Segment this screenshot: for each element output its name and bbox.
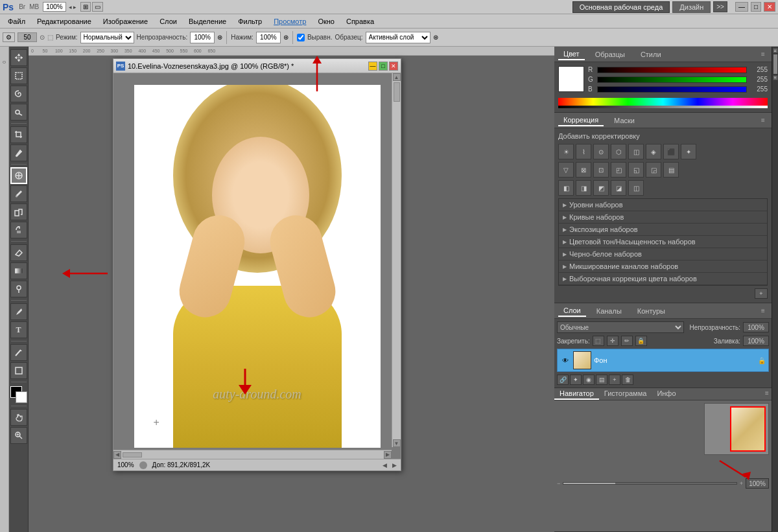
selective-item[interactable]: ▶ Выборочная коррекция цвета наборов [559, 273, 767, 285]
crop-tool[interactable] [10, 126, 27, 143]
navigator-panel-collapse[interactable]: ≡ [762, 388, 772, 397]
link-layers-btn[interactable]: 🔗 [557, 375, 569, 385]
menu-file[interactable]: Файл [3, 16, 30, 27]
doc-scrollbar-h[interactable]: ◀ ▶ [113, 450, 392, 459]
maximize-app-button[interactable]: □ [751, 2, 761, 12]
menu-layers[interactable]: Слои [154, 16, 182, 27]
lock-check-btn[interactable]: ⬚ [593, 336, 604, 346]
lock-all-btn[interactable]: 🔒 [635, 336, 647, 346]
mask-icon[interactable]: ◩ [593, 180, 609, 196]
menu-filter[interactable]: Фильтр [233, 16, 267, 27]
shape-tool[interactable] [10, 362, 27, 379]
photo-filter-icon[interactable]: ✦ [681, 144, 696, 159]
eyedropper-tool[interactable] [10, 145, 27, 161]
add-mask-btn[interactable]: ◉ [583, 375, 595, 385]
opacity-input[interactable] [190, 32, 215, 43]
navigator-tab[interactable]: Навигатор [554, 388, 599, 400]
selective-color-icon[interactable]: ◲ [646, 162, 661, 178]
doc-minimize-button[interactable]: — [368, 62, 377, 71]
color-panel-collapse[interactable]: ≡ [759, 50, 768, 59]
r-slider[interactable] [597, 67, 747, 73]
paths-tab[interactable]: Контуры [632, 306, 670, 316]
more-workspaces-button[interactable]: >> [713, 1, 727, 12]
lock-move-btn[interactable]: ✛ [607, 336, 619, 346]
menu-image[interactable]: Изображение [98, 16, 153, 27]
scroll-down-btn[interactable]: ▼ [773, 75, 778, 80]
blend-mode-select[interactable]: Обычные [557, 321, 684, 333]
color-spectrum[interactable] [558, 98, 768, 108]
view-mode-icon[interactable]: ⊞ [80, 2, 91, 12]
doc-maximize-button[interactable]: □ [379, 62, 388, 71]
menu-edit[interactable]: Редактирование [32, 16, 97, 27]
mode-select[interactable]: Нормальный [80, 32, 134, 43]
screen-mode-icon[interactable]: ▭ [92, 2, 103, 12]
g-slider[interactable] [597, 76, 747, 83]
zoom-tool[interactable] [10, 427, 27, 444]
histogram-tab[interactable]: Гистограмма [599, 388, 652, 400]
color-swatch[interactable] [558, 66, 584, 92]
exposure-icon[interactable]: ⊙ [593, 144, 609, 159]
invert-icon[interactable]: ⊡ [593, 162, 609, 178]
opacity-input[interactable] [743, 322, 769, 332]
lasso-tool[interactable] [10, 86, 27, 102]
minimize-app-button[interactable]: — [735, 2, 748, 12]
samples-tab[interactable]: Образцы [590, 49, 630, 60]
levels-icon[interactable]: ⊠ [576, 162, 591, 178]
design-button[interactable]: Дизайн [672, 1, 711, 13]
press-pressure-icon[interactable]: ⊛ [283, 34, 289, 41]
scroll-up-btn[interactable]: ▲ [773, 48, 778, 53]
color-swatches[interactable] [10, 386, 27, 403]
smart-icon[interactable]: ◨ [576, 180, 591, 196]
posterize-icon[interactable]: ◰ [611, 162, 626, 178]
opacity-pressure-icon[interactable]: ⊛ [217, 34, 222, 41]
zoom-minus[interactable]: − [557, 480, 560, 487]
delete-layer-btn[interactable]: 🗑 [622, 375, 633, 385]
eraser-tool[interactable] [10, 244, 27, 261]
threshold-icon[interactable]: ◱ [628, 162, 644, 178]
correction-add-btn[interactable]: + [755, 288, 768, 299]
menu-view[interactable]: Просмотр [268, 16, 311, 27]
lock-art-btn[interactable]: ✏ [621, 336, 633, 346]
scroll-left[interactable]: ◀ [383, 462, 387, 468]
right-scrollbar[interactable]: ▲ ▼ [772, 47, 778, 532]
vibrance-icon[interactable]: ⬡ [611, 144, 626, 159]
styles-tab[interactable]: Стили [635, 49, 666, 60]
scroll-thumb[interactable] [773, 54, 777, 74]
marquee-tool[interactable] [10, 67, 27, 84]
bw-item[interactable]: ▶ Черно-белое наборов [559, 248, 767, 260]
bw-icon[interactable]: ⬛ [663, 144, 679, 159]
tool-preset-picker[interactable]: ⚙ [3, 32, 15, 42]
dodge-tool[interactable] [10, 281, 27, 297]
levels-item[interactable]: ▶ Уровни наборов [559, 199, 767, 211]
brightness-icon[interactable]: ☀ [558, 144, 574, 159]
layer-visibility-icon[interactable]: 👁 [560, 355, 571, 365]
sample-select[interactable]: Активный слой [366, 32, 430, 43]
doc-close-button[interactable]: ✕ [389, 62, 398, 71]
menu-window[interactable]: Окно [312, 16, 340, 27]
scroll-right[interactable]: ▶ [392, 462, 397, 468]
channel-mixer-icon[interactable]: ▽ [558, 162, 574, 178]
exposure-item[interactable]: ▶ Экспозиция наборов [559, 224, 767, 236]
menu-select[interactable]: Выделение [183, 16, 231, 27]
fill-input[interactable] [743, 336, 769, 346]
brush-tool[interactable] [10, 185, 27, 202]
background-color[interactable] [16, 391, 27, 403]
new-layer-btn[interactable]: + [609, 375, 620, 385]
add-style-btn[interactable]: ✦ [570, 375, 582, 385]
path-select-tool[interactable] [10, 344, 27, 361]
press-input[interactable] [256, 32, 281, 43]
masks-tab[interactable]: Маски [609, 115, 640, 126]
b-slider[interactable] [597, 86, 747, 93]
hue-item[interactable]: ▶ Цветовой тон/Насыщенность наборов [559, 236, 767, 248]
pen-tool[interactable] [10, 303, 27, 320]
color-tab[interactable]: Цвет [558, 49, 585, 60]
menu-help[interactable]: Справка [341, 16, 379, 27]
history-brush-tool[interactable] [10, 222, 27, 238]
quick-select-tool[interactable] [10, 104, 27, 121]
hsl-icon[interactable]: ◫ [628, 144, 644, 159]
gradient-map-icon[interactable]: ▤ [663, 162, 679, 178]
gradient-tool[interactable] [10, 262, 27, 279]
curves-icon[interactable]: ⌇ [576, 144, 591, 159]
doc-scrollbar-v[interactable]: ▲ ▼ [392, 73, 401, 447]
move-tool[interactable] [10, 49, 27, 66]
